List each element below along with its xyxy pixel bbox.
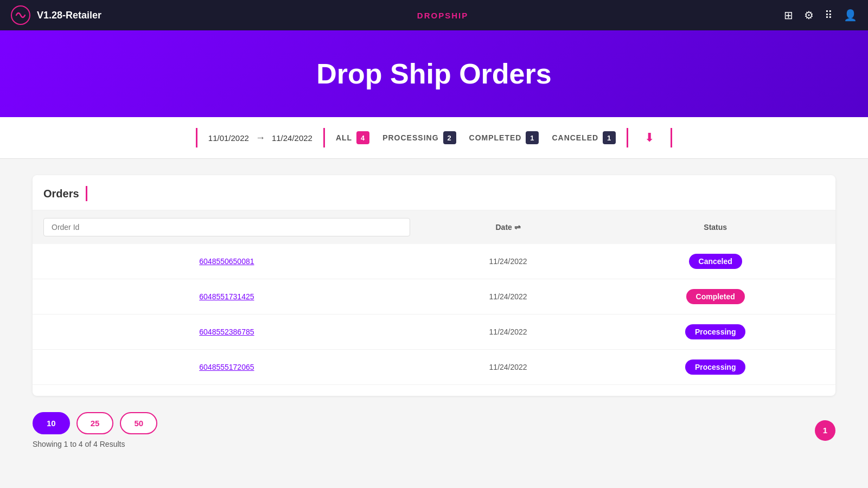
app-logo [11, 5, 30, 25]
date-to: 11/24/2022 [272, 133, 312, 143]
table-row: 6048555172065 11/24/2022 Processing [33, 350, 835, 385]
top-nav: V1.28-Retailer DROPSHIP ⊞ ⚙ ⠿ 👤 [0, 0, 868, 30]
table-row: 6048550650081 11/24/2022 Canceled [33, 244, 835, 279]
filter-tab-canceled[interactable]: CANCELED 1 [552, 131, 616, 144]
per-page-btn-50[interactable]: 50 [120, 412, 157, 434]
cell-status: Processing [595, 314, 835, 350]
cell-order-id: 6048555172065 [33, 350, 421, 385]
cell-date: 11/24/2022 [421, 314, 596, 350]
pagination-left: 102550 Showing 1 to 4 of 4 Results [33, 412, 157, 448]
per-page-btn-25[interactable]: 25 [76, 412, 114, 434]
filter-tabs: ALL 4PROCESSING 2COMPLETED 1CANCELED 1 [336, 131, 616, 144]
table-row: 6048551731425 11/24/2022 Completed [33, 279, 835, 314]
app-version: V1.28-Retailer [37, 10, 101, 21]
status-badge: Completed [686, 289, 745, 304]
orders-title: Orders [43, 188, 79, 200]
nav-right: ⊞ ⚙ ⠿ 👤 [784, 9, 857, 22]
filter-tab-processing[interactable]: PROCESSING 2 [382, 131, 456, 144]
filter-divider-right [627, 128, 628, 147]
filter-badge: 2 [443, 131, 456, 144]
cell-order-id: 6048551731425 [33, 279, 421, 314]
orders-card: Orders Date ⇌ Status 6048550650081 11/24… [33, 175, 835, 396]
nav-left: V1.28-Retailer [11, 5, 101, 25]
filter-tab-label: PROCESSING [382, 133, 438, 142]
order-id-link[interactable]: 6048551731425 [199, 292, 254, 301]
header-banner: Drop Ship Orders [0, 30, 868, 117]
page-number-1[interactable]: 1 [815, 420, 835, 441]
status-badge: Processing [685, 359, 745, 375]
table-header: Date ⇌ Status [33, 210, 835, 244]
orders-header: Orders [33, 186, 835, 210]
search-input[interactable] [43, 218, 410, 236]
filter-badge: 1 [526, 131, 539, 144]
dashboard-icon[interactable]: ⊞ [784, 9, 793, 22]
col-date: Date ⇌ [421, 210, 596, 244]
filter-badge: 1 [603, 131, 616, 144]
user-icon[interactable]: 👤 [844, 9, 857, 22]
cell-date: 11/24/2022 [421, 350, 596, 385]
table-row: 6048552386785 11/24/2022 Processing [33, 314, 835, 350]
filter-divider-end [671, 128, 672, 147]
filter-tab-completed[interactable]: COMPLETED 1 [469, 131, 539, 144]
nav-center-label: DROPSHIP [417, 11, 468, 20]
cell-date: 11/24/2022 [421, 279, 596, 314]
cell-status: Completed [595, 279, 835, 314]
pagination-row: 102550 Showing 1 to 4 of 4 Results 1 [33, 412, 835, 448]
col-order-id [33, 210, 421, 244]
per-page-btn-10[interactable]: 10 [33, 412, 70, 434]
cell-date: 11/24/2022 [421, 244, 596, 279]
filter-divider-left [196, 128, 197, 147]
settings-icon[interactable]: ⚙ [804, 9, 814, 22]
cell-status: Canceled [595, 244, 835, 279]
page-title: Drop Ship Orders [316, 57, 551, 90]
col-status: Status [595, 210, 835, 244]
orders-table: Date ⇌ Status 6048550650081 11/24/2022 C… [33, 210, 835, 385]
orders-title-bar [86, 186, 87, 201]
filter-tab-all[interactable]: ALL 4 [336, 131, 369, 144]
status-badge: Canceled [689, 254, 742, 269]
order-id-link[interactable]: 6048552386785 [199, 328, 254, 336]
date-from: 11/01/2022 [208, 133, 249, 143]
filter-bar: 11/01/2022 → 11/24/2022 ALL 4PROCESSING … [0, 117, 868, 159]
filter-tab-label: CANCELED [552, 133, 598, 142]
filter-tab-label: COMPLETED [469, 133, 522, 142]
order-id-link[interactable]: 6048555172065 [199, 363, 254, 371]
status-badge: Processing [685, 324, 745, 339]
date-range: 11/01/2022 → 11/24/2022 [208, 132, 312, 144]
cell-order-id: 6048552386785 [33, 314, 421, 350]
order-id-link[interactable]: 6048550650081 [199, 257, 254, 266]
cell-status: Processing [595, 350, 835, 385]
main-content: Orders Date ⇌ Status 6048550650081 11/24… [0, 159, 868, 465]
filter-tab-label: ALL [336, 133, 352, 142]
download-icon[interactable]: ⬇ [644, 131, 654, 145]
filter-divider-mid [323, 128, 325, 147]
grid-icon[interactable]: ⠿ [825, 9, 833, 22]
date-arrow-icon: → [256, 132, 265, 144]
cell-order-id: 6048550650081 [33, 244, 421, 279]
filter-badge: 4 [356, 131, 369, 144]
showing-text: Showing 1 to 4 of 4 Results [33, 440, 157, 448]
per-page-buttons: 102550 [33, 412, 157, 434]
